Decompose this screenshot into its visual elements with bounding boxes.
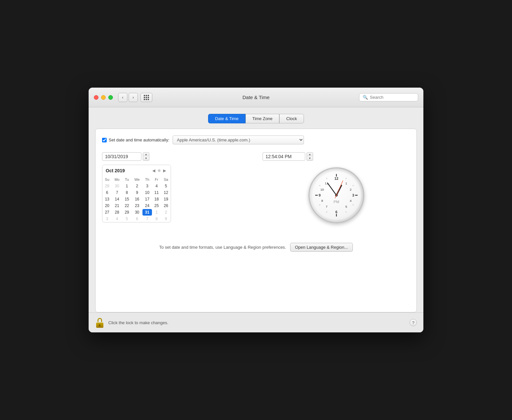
date-section: ▲ ▼ Oct 2019 ◀ ▶ [102, 152, 249, 222]
close-button[interactable] [94, 95, 98, 100]
calendar-day[interactable]: 13 [102, 196, 112, 202]
calendar-day[interactable]: 10 [142, 189, 152, 196]
tab-date-time[interactable]: Date & Time [208, 114, 245, 123]
maximize-button[interactable] [108, 95, 113, 100]
calendar-day[interactable]: 22 [122, 202, 132, 209]
svg-line-26 [328, 183, 336, 195]
calendar-week-row: 3456789 [102, 216, 171, 222]
calendar-day[interactable]: 9 [132, 189, 142, 196]
calendar-day[interactable]: 21 [112, 202, 122, 209]
svg-text:9: 9 [318, 193, 320, 197]
svg-line-9 [319, 204, 320, 205]
calendar-day[interactable]: 6 [102, 189, 112, 196]
calendar-day[interactable]: 20 [102, 202, 112, 209]
calendar-day[interactable]: 9 [161, 216, 171, 222]
auto-set-checkbox[interactable] [102, 138, 107, 142]
traffic-lights [94, 95, 113, 100]
calendar-day[interactable]: 8 [152, 216, 161, 222]
calendar-day[interactable]: 15 [122, 196, 132, 202]
main-panel: Set date and time automatically: Apple A… [95, 129, 417, 312]
time-decrement-button[interactable]: ▼ [307, 157, 313, 160]
tab-clock[interactable]: Clock [279, 114, 304, 123]
calendar-day[interactable]: 30 [112, 183, 122, 189]
search-input[interactable] [370, 95, 415, 100]
svg-text:4: 4 [350, 199, 352, 202]
calendar-week-row: 272829303112 [102, 209, 171, 216]
day-header-mo: Mo [112, 176, 122, 183]
window-title: Date & Time [243, 94, 270, 100]
server-select[interactable]: Apple Americas/U.S. (time.apple.com.) [173, 136, 304, 144]
calendar-day[interactable]: 26 [161, 202, 171, 209]
calendar-day[interactable]: 5 [122, 216, 132, 222]
time-increment-button[interactable]: ▲ [307, 153, 313, 157]
svg-text:1: 1 [345, 181, 347, 185]
svg-line-4 [346, 178, 346, 179]
calendar-day[interactable]: 2 [161, 209, 171, 216]
calendar-day[interactable]: 30 [132, 209, 142, 216]
calendar-day[interactable]: 3 [102, 216, 112, 222]
calendar-day[interactable]: 1 [122, 183, 132, 189]
calendar-day[interactable]: 23 [132, 202, 142, 209]
calendar-day[interactable]: 6 [132, 216, 142, 222]
calendar-day[interactable]: 3 [142, 183, 152, 189]
calendar-day[interactable]: 8 [122, 189, 132, 196]
calendar-day[interactable]: 25 [152, 202, 161, 209]
grid-view-button[interactable] [140, 93, 152, 102]
day-header-tu: Tu [122, 176, 132, 183]
calendar-day[interactable]: 16 [132, 196, 142, 202]
calendar-prev-button[interactable]: ◀ [151, 168, 157, 174]
time-input[interactable] [263, 152, 305, 161]
auto-set-row: Set date and time automatically: Apple A… [102, 136, 410, 144]
calendar-day[interactable]: 12 [161, 189, 171, 196]
calendar-day[interactable]: 11 [152, 189, 161, 196]
calendar-day[interactable]: 5 [161, 183, 171, 189]
lock-button[interactable] [95, 317, 104, 328]
footer: Click the lock to make changes. ? [89, 312, 423, 332]
date-decrement-button[interactable]: ▼ [143, 157, 149, 160]
date-increment-button[interactable]: ▲ [143, 153, 149, 157]
tab-bar: Date & Time Time Zone Clock [95, 114, 417, 123]
svg-line-5 [352, 185, 353, 186]
svg-line-7 [346, 211, 346, 212]
open-language-region-button[interactable]: Open Language & Region... [290, 243, 353, 252]
calendar-day[interactable]: 7 [142, 216, 152, 222]
calendar-day[interactable]: 19 [161, 196, 171, 202]
calendar-day[interactable]: 31 [142, 209, 152, 216]
format-text: To set date and time formats, use Langua… [159, 245, 286, 250]
minimize-button[interactable] [101, 95, 106, 100]
calendar-day[interactable]: 1 [152, 209, 161, 216]
calendar-day[interactable]: 14 [112, 196, 122, 202]
tab-time-zone[interactable]: Time Zone [245, 114, 280, 123]
auto-set-label[interactable]: Set date and time automatically: [102, 137, 169, 142]
calendar-day[interactable]: 7 [112, 189, 122, 196]
date-input[interactable] [102, 152, 141, 161]
calendar-day[interactable]: 4 [152, 183, 161, 189]
calendar-day[interactable]: 29 [122, 209, 132, 216]
lock-status-text: Click the lock to make changes. [108, 320, 406, 325]
calendar-next-button[interactable]: ▶ [162, 168, 167, 174]
back-button[interactable]: ‹ [118, 93, 127, 102]
calendar-header-row: Su Mo Tu We Th Fr Sa [102, 176, 171, 183]
calendar-grid: Su Mo Tu We Th Fr Sa 2930123456 [102, 176, 171, 222]
calendar-title: Oct 2019 [106, 168, 151, 173]
time-stepper: ▲ ▼ [307, 152, 313, 161]
forward-button[interactable]: › [129, 93, 138, 102]
lock-keyhole [99, 324, 100, 326]
search-box[interactable]: 🔍 [359, 93, 418, 101]
svg-point-29 [336, 195, 337, 196]
time-section: ▲ ▼ [263, 152, 410, 223]
help-button[interactable]: ? [410, 319, 417, 326]
calendar-day[interactable]: 24 [142, 202, 152, 209]
day-header-fr: Fr [152, 176, 161, 183]
calendar-day[interactable]: 2 [132, 183, 142, 189]
auto-set-text: Set date and time automatically: [109, 137, 169, 142]
calendar-day[interactable]: 17 [142, 196, 152, 202]
calendar-day[interactable]: 4 [112, 216, 122, 222]
calendar-day[interactable]: 27 [102, 209, 112, 216]
svg-text:PM: PM [333, 200, 339, 204]
svg-text:3: 3 [352, 193, 354, 197]
calendar-day[interactable]: 29 [102, 183, 112, 189]
nav-buttons: ‹ › [118, 93, 138, 102]
calendar-day[interactable]: 28 [112, 209, 122, 216]
calendar-day[interactable]: 18 [152, 196, 161, 202]
